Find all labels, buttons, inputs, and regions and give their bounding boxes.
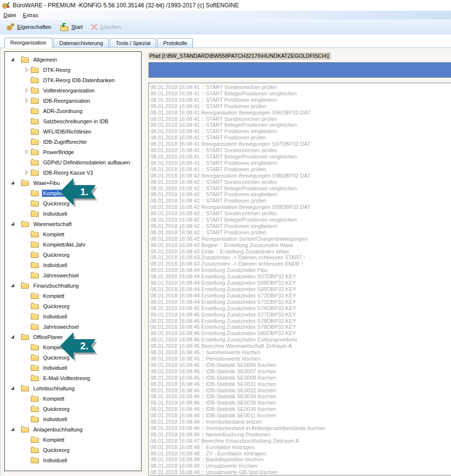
expander-collapsed-icon[interactable] — [24, 149, 30, 155]
expander-collapsed-icon[interactable] — [24, 98, 30, 103]
log-line: 08.01.2018 16:08:41 :: START Belege/Posi… — [150, 154, 451, 160]
folder-icon — [31, 118, 39, 124]
tree-item-label: Individuell — [42, 416, 68, 423]
tree-item-jahreswechsel[interactable]: Jahreswechsel — [5, 321, 141, 332]
tree-item-quickreorg[interactable]: Quickreorg — [5, 198, 141, 208]
log-line: 08.01.2018 16:08:45 Berechne Warenwirtsc… — [150, 343, 451, 349]
tree-item-e-mail-volltextreorg[interactable]: E-Mail-Volltextreorg — [5, 373, 141, 383]
tree-item-label: ADR-Zuordnung — [42, 108, 83, 114]
expander-collapsed-icon[interactable] — [24, 67, 30, 72]
log-line: 08.01.2018 16:08:44 Erstellung Zusatzind… — [150, 267, 451, 273]
tree-item-warenwirtschaft[interactable]: Warenwirtschaft — [5, 219, 141, 229]
tree-item-adr-zuordnung[interactable]: ADR-Zuordnung — [5, 106, 141, 116]
log-line: 08.01.2018 16:08:46 :: IDB-Statistik SE0… — [150, 393, 451, 400]
expander-expanded-icon[interactable] — [10, 221, 15, 227]
tab-reorganisation[interactable]: Reorganisation — [4, 38, 52, 48]
tree-item-satzbeschreibungen-in-idb[interactable]: Satzbeschreibungen in IDB — [5, 116, 141, 126]
tree-item-label: Komplett — [42, 231, 65, 238]
category-tree[interactable]: AllgemeinDTK-ReorgDTK-Reorg IDB-Datenban… — [4, 51, 142, 471]
tree-item-komplett[interactable]: Komplett — [5, 434, 141, 445]
tree-item-individuell[interactable]: Individuell — [5, 363, 141, 373]
folder-icon — [31, 77, 39, 83]
tree-item-allgemein[interactable]: Allgemein — [5, 54, 141, 65]
folder-icon — [31, 272, 39, 278]
tree-item-dtk-reorg[interactable]: DTK-Reorg — [5, 65, 141, 75]
log-list[interactable]: 08.01.2018 16:08:41 :: START Sonderzeich… — [148, 83, 451, 476]
tree-item-label: Wawi+Fibu — [32, 180, 61, 186]
tree-item-quickreorg[interactable]: Quickreorg — [5, 404, 141, 414]
log-line: 08.01.2018 16:08:48 :: ZV - Eurofaktor e… — [150, 451, 451, 457]
menu-datei[interactable]: Datei — [0, 11, 20, 19]
log-pane: Pfad [I:\BW_STANDARD\BW558PATCH32176\HUN… — [147, 48, 451, 476]
expander-placeholder — [24, 437, 30, 442]
tab-protokolle[interactable]: Protokolle — [157, 38, 193, 47]
expander-collapsed-icon[interactable] — [24, 88, 30, 93]
folder-icon — [31, 210, 39, 217]
log-line: 08.01.2018 16:08:44 Erstellung Zusatzind… — [150, 293, 451, 299]
tree-item-label: Komplett — [42, 344, 65, 351]
expander-expanded-icon[interactable] — [10, 334, 15, 340]
expander-placeholder — [24, 416, 30, 422]
menu-extras[interactable]: Extras — [20, 11, 42, 19]
tree-item-idb-reorganisation[interactable]: IDB-Reorganisation — [5, 95, 141, 106]
tree-item-komplett[interactable]: Komplett — [5, 188, 141, 198]
tree-item-officeplaner[interactable]: OfficePlaner — [5, 332, 141, 342]
log-line: 08.01.2018 16:08:41 :: START Positionen … — [150, 97, 451, 103]
tree-item-individuell[interactable]: Individuell — [5, 455, 141, 465]
app-icon — [2, 1, 10, 9]
tree-item-individuell[interactable]: Individuell — [5, 414, 141, 424]
expander-collapsed-icon[interactable] — [24, 170, 30, 175]
tree-item-label: Satzbeschreibungen in IDB — [42, 118, 109, 125]
tree-item-lohnbuchhaltung[interactable]: Lohnbuchhaltung — [5, 383, 141, 393]
log-line: 08.01.2018 16:08:42 :: START Belege/Posi… — [150, 217, 451, 223]
eigenschaften-button[interactable]: Eigenschaften — [2, 22, 55, 33]
tree-item-komplett[interactable]: Komplett — [5, 291, 141, 301]
tree-item-quickreorg[interactable]: Quickreorg — [5, 249, 141, 260]
tree-item-label: Komplett/Akt.Jahr — [42, 241, 87, 248]
tree-item-label: Volltextreorganisation — [42, 87, 95, 94]
tree-item-komplett[interactable]: Komplett — [5, 342, 141, 352]
folder-icon — [31, 375, 39, 381]
log-line: 08.01.2018 16:08:42 :: START Positionen … — [150, 229, 451, 236]
tree-item-komplett[interactable]: Komplett — [5, 393, 141, 404]
tree-item-label: Quickreorg — [42, 303, 71, 310]
tree-item-dtk-reorg-idb-datenbanken[interactable]: DTK-Reorg IDB-Datenbanken — [5, 75, 141, 85]
tree-item-komplett[interactable]: Komplett — [5, 229, 141, 239]
expander-expanded-icon[interactable] — [10, 427, 15, 432]
expander-placeholder — [24, 211, 30, 216]
tree-item-volltextreorganisation[interactable]: Volltextreorganisation — [5, 85, 141, 95]
log-line: 08.01.2018 16:08:42 :: START Positionen … — [150, 223, 451, 229]
tab-datenarchivierung[interactable]: Datenarchivierung — [53, 38, 109, 47]
tab-tools-spezial[interactable]: Tools / Spezial — [110, 38, 156, 47]
expander-placeholder — [24, 324, 30, 329]
expander-placeholder — [24, 118, 30, 124]
tree-item-quickreorg[interactable]: Quickreorg — [5, 352, 141, 363]
tree-item-anlagenbuchhaltung[interactable]: Anlagenbuchhaltung — [5, 424, 141, 434]
tree-item-wawi-fibu[interactable]: Wawi+Fibu — [5, 178, 141, 188]
loeschen-button[interactable]: Löschen — [87, 22, 125, 32]
tree-item-individuell[interactable]: Individuell — [5, 260, 141, 270]
tree-item-wfl-idb-richtlinien[interactable]: WFL/IDB/Richtlinien — [5, 126, 141, 136]
tree-item-individuell[interactable]: Individuell — [5, 208, 141, 219]
expander-expanded-icon[interactable] — [10, 180, 15, 185]
tree-item-idb-reorg-kasse-v3[interactable]: IDB-Reorg Kasse V3 — [5, 167, 141, 178]
tree-item-label: Quickreorg — [42, 406, 71, 412]
log-line: 08.01.2018 16:08:41 Reorganisation Beweg… — [150, 110, 451, 116]
folder-icon — [31, 293, 39, 299]
tree-item-jahreswechsel[interactable]: Jahreswechsel — [5, 270, 141, 280]
expander-expanded-icon[interactable] — [10, 385, 15, 391]
tree-item-quickreorg[interactable]: Quickreorg — [5, 301, 141, 311]
tree-item-label: Individuell — [42, 262, 68, 269]
tree-item-finanzbuchhaltung[interactable]: Finanzbuchhaltung — [5, 280, 141, 291]
tree-item-quickreorg[interactable]: Quickreorg — [5, 445, 141, 455]
expander-placeholder — [24, 262, 30, 268]
tree-item-label: Anlagenbuchhaltung — [32, 426, 83, 433]
tree-item-individuell[interactable]: Individuell — [5, 311, 141, 321]
tree-item-idb-zugriffsrechte[interactable]: IDB-Zugriffsrechte — [5, 136, 141, 147]
tree-item-powerbridge[interactable]: PowerBridge — [5, 147, 141, 157]
expander-expanded-icon[interactable] — [10, 283, 15, 288]
tree-item-komplett-akt-jahr[interactable]: Komplett/Akt.Jahr — [5, 239, 141, 249]
tree-item-gdpdu-definitionsdateien-aufbauen[interactable]: GDPdU Definitionsdateien aufbauen — [5, 157, 141, 167]
start-button[interactable]: Start — [55, 22, 87, 33]
expander-expanded-icon[interactable] — [10, 57, 15, 62]
